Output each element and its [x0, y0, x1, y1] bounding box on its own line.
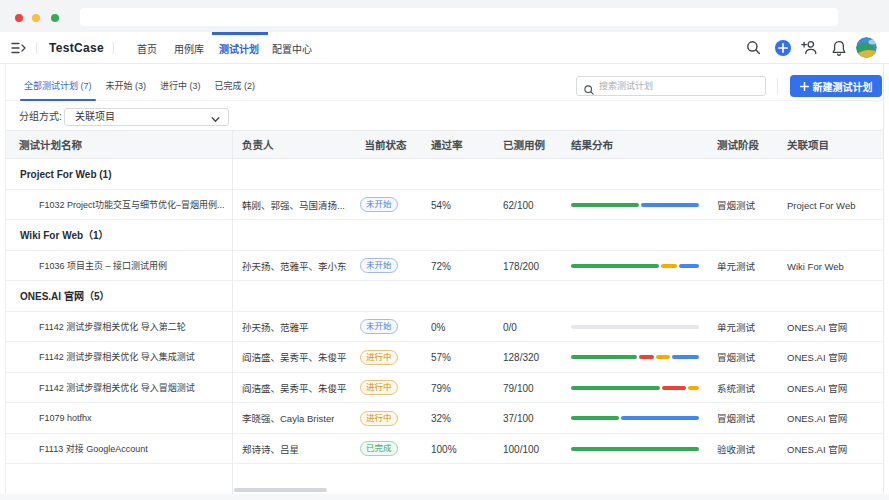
tab[interactable]: 未开始 (3) — [102, 64, 151, 101]
new-plan-button-label: 新建测试计划 — [813, 79, 873, 94]
result-bar — [571, 264, 699, 268]
test-stage: 单元测试 — [717, 312, 755, 343]
plan-row[interactable]: F1079 hotfhx 李晓强、Cayla Brister 进行中 32% 3… — [6, 403, 883, 434]
tab[interactable]: 已完成 (2) — [211, 64, 260, 101]
plan-search-input[interactable] — [599, 77, 759, 95]
tested-cases: 100/100 — [503, 434, 539, 465]
tab[interactable]: 进行中 (3) — [156, 64, 205, 101]
groupby-select[interactable]: 关联项目 — [64, 108, 229, 126]
result-bar-segment — [672, 355, 699, 359]
plan-row[interactable]: F1142 测试步骤相关优化 导入冒烟测试 阎浩盛、吴秀平、朱俊平 进行中 79… — [6, 373, 883, 404]
status-badge: 已完成 — [360, 441, 398, 456]
search-icon — [584, 81, 594, 99]
tested-cases: 37/100 — [503, 403, 534, 434]
plan-row[interactable]: F1113 对接 GoogleAccount 郑诗诗、吕星 已完成 100% 1… — [6, 434, 883, 465]
test-stage: 冒烟测试 — [717, 403, 755, 434]
chevron-down-icon — [211, 113, 220, 129]
plan-row[interactable]: F1142 测试步骤相关优化 导入第二轮 孙天扬、范雅平 未开始 0% 0/0 … — [6, 312, 883, 343]
result-bar-segment — [639, 355, 654, 359]
column-header: 测试计划名称 — [19, 131, 82, 159]
plan-row[interactable]: F1032 Project功能交互与细节优化–冒烟用例... 韩刚、郭强、马国清… — [6, 190, 883, 221]
pass-rate: 100% — [431, 434, 457, 465]
pass-rate: 0% — [431, 312, 445, 343]
plan-owners: 阎浩盛、吴秀平、朱俊平 — [242, 373, 347, 404]
empty-row — [6, 464, 883, 495]
group-name: ONES.AI 官网（5） — [20, 281, 109, 312]
test-stage: 单元测试 — [717, 251, 755, 282]
result-bar-segment — [661, 264, 677, 268]
notifications-bell-icon[interactable] — [831, 40, 847, 61]
linked-project: ONES.AI 官网 — [787, 312, 847, 343]
column-header: 关联项目 — [787, 131, 829, 159]
result-bar-segment — [662, 386, 686, 390]
test-stage: 系统测试 — [717, 373, 755, 404]
result-bar-segment — [621, 416, 699, 420]
result-bar-segment — [656, 355, 671, 359]
linked-project: ONES.AI 官网 — [787, 403, 847, 434]
plan-owners: 孙天扬、范雅平 — [242, 312, 309, 343]
plan-name[interactable]: F1142 测试步骤相关优化 导入集成测试 — [39, 342, 195, 373]
window-close-button[interactable] — [15, 14, 23, 22]
column-header: 负责人 — [242, 131, 274, 159]
status-badge: 进行中 — [360, 411, 398, 426]
search-icon[interactable] — [746, 40, 761, 59]
plan-name[interactable]: F1036 项目主页 – 接口测试用例 — [39, 251, 167, 282]
status-badge: 未开始 — [360, 197, 398, 212]
plan-name[interactable]: F1142 测试步骤相关优化 导入第二轮 — [39, 312, 186, 343]
test-plan-table: 测试计划名称负责人当前状态通过率已测用例结果分布测试阶段关联项目 Project… — [6, 130, 883, 495]
pass-rate: 32% — [431, 403, 451, 434]
status-badge: 进行中 — [360, 350, 398, 365]
column-divider — [232, 130, 233, 494]
column-header: 通过率 — [431, 131, 463, 159]
nav-item[interactable]: 用例库 — [174, 32, 204, 63]
plan-owners: 阎浩盛、吴秀平、朱俊平 — [242, 342, 347, 373]
test-stage: 验收测试 — [717, 434, 755, 465]
plan-owners: 李晓强、Cayla Brister — [242, 403, 334, 434]
column-header: 当前状态 — [365, 131, 407, 159]
group-row[interactable]: Wiki For Web（1） — [6, 220, 883, 251]
nav-item[interactable]: 首页 — [137, 32, 157, 63]
result-bar-segment — [571, 264, 659, 268]
result-bar-segment — [571, 447, 699, 451]
plan-name[interactable]: F1113 对接 GoogleAccount — [39, 434, 148, 465]
plan-name[interactable]: F1032 Project功能交互与细节优化–冒烟用例... — [39, 190, 225, 221]
create-plus-icon[interactable] — [775, 40, 791, 56]
result-bar-segment — [641, 203, 699, 207]
plan-row[interactable]: F1036 项目主页 – 接口测试用例 孙天扬、范雅平、李小东 未开始 72% … — [6, 251, 883, 282]
invite-member-icon[interactable] — [801, 40, 817, 59]
tested-cases: 178/200 — [503, 251, 539, 282]
plan-owners: 孙天扬、范雅平、李小东 — [242, 251, 347, 282]
plan-owners: 郑诗诗、吕星 — [242, 434, 299, 465]
horizontal-scrollbar-thumb[interactable] — [234, 488, 327, 492]
nav-item[interactable]: 测试计划 — [219, 32, 259, 63]
nav-item[interactable]: 配置中心 — [272, 32, 312, 63]
pass-rate: 79% — [431, 373, 451, 404]
plan-row[interactable]: F1142 测试步骤相关优化 导入集成测试 阎浩盛、吴秀平、朱俊平 进行中 57… — [6, 342, 883, 373]
plan-search-box — [576, 76, 766, 96]
active-nav-indicator — [212, 32, 268, 35]
main-nav: 首页用例库测试计划配置中心 — [0, 32, 500, 63]
content-card: 全部测试计划 (7)未开始 (3)进行中 (3)已完成 (2) 新建测试计划 分… — [5, 64, 884, 494]
window-minimize-button[interactable] — [32, 14, 40, 22]
group-row[interactable]: Project For Web (1) — [6, 159, 883, 190]
result-bar — [571, 416, 699, 420]
status-badge: 进行中 — [360, 380, 398, 395]
group-row[interactable]: ONES.AI 官网（5） — [6, 281, 883, 312]
group-name: Wiki For Web（1） — [20, 220, 109, 251]
new-plan-button[interactable]: 新建测试计划 — [790, 75, 882, 97]
address-bar[interactable] — [80, 8, 838, 26]
status-badge: 未开始 — [360, 319, 398, 334]
pass-rate: 57% — [431, 342, 451, 373]
result-bar-segment — [571, 416, 619, 420]
user-avatar[interactable] — [856, 37, 877, 58]
plan-name[interactable]: F1079 hotfhx — [39, 403, 92, 434]
pass-rate: 72% — [431, 251, 451, 282]
linked-project: Wiki For Web — [787, 251, 844, 282]
result-bar-segment — [571, 355, 637, 359]
group-name: Project For Web (1) — [20, 159, 112, 190]
table-header-row: 测试计划名称负责人当前状态通过率已测用例结果分布测试阶段关联项目 — [6, 131, 883, 159]
tested-cases: 128/320 — [503, 342, 539, 373]
tab[interactable]: 全部测试计划 (7) — [20, 64, 96, 101]
window-zoom-button[interactable] — [51, 14, 59, 22]
plan-name[interactable]: F1142 测试步骤相关优化 导入冒烟测试 — [39, 373, 195, 404]
